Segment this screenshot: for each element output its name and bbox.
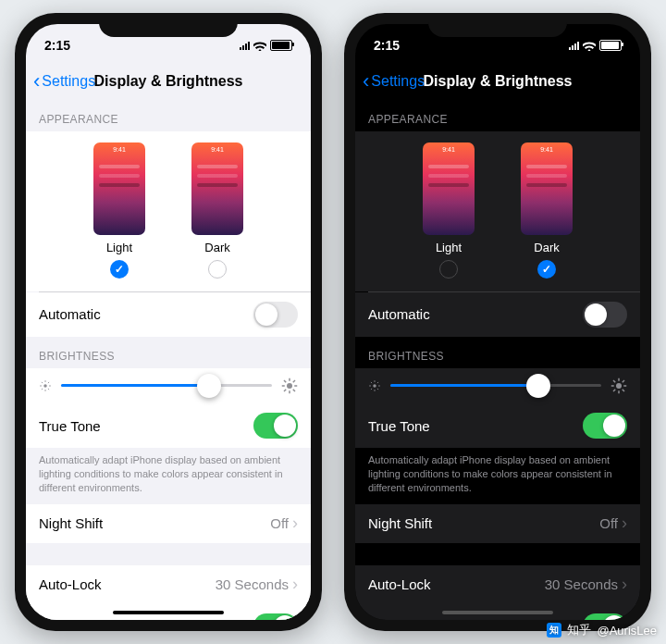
signal-icon: [240, 41, 250, 50]
sun-small-icon: [368, 379, 381, 392]
svg-line-14: [284, 380, 286, 382]
brightness-slider[interactable]: [390, 384, 601, 387]
appearance-option-light[interactable]: 9:41 Light: [423, 142, 475, 279]
night-shift-value: Off: [599, 515, 618, 531]
toggle-automatic[interactable]: [253, 302, 298, 328]
light-label: Light: [106, 241, 132, 254]
night-shift-value: Off: [270, 515, 289, 531]
svg-line-15: [293, 389, 295, 390]
toggle-automatic[interactable]: [583, 302, 627, 328]
battery-icon: [270, 40, 292, 51]
home-indicator[interactable]: [442, 611, 553, 614]
auto-lock-value: 30 Seconds: [216, 576, 289, 592]
row-night-shift[interactable]: Night Shift Off›: [26, 504, 311, 543]
status-time: 2:15: [374, 38, 400, 53]
watermark-text: @AurisLee: [597, 624, 657, 638]
back-button[interactable]: ‹Settings: [33, 71, 95, 92]
svg-line-23: [371, 381, 372, 382]
svg-point-0: [43, 384, 47, 388]
radio-dark[interactable]: [208, 260, 227, 279]
true-tone-label: True Tone: [39, 418, 101, 434]
svg-line-16: [284, 389, 286, 390]
automatic-label: Automatic: [368, 306, 430, 322]
dark-preview-thumb: 9:41: [191, 142, 243, 235]
status-time: 2:15: [44, 38, 70, 53]
back-label: Settings: [42, 73, 95, 90]
svg-line-34: [613, 389, 615, 390]
section-header-brightness: BRIGHTNESS: [26, 337, 311, 368]
radio-light[interactable]: [439, 260, 458, 279]
section-header-appearance: APPEARANCE: [355, 100, 640, 131]
row-automatic: Automatic: [26, 292, 311, 337]
svg-line-6: [48, 388, 49, 389]
svg-point-9: [287, 383, 292, 389]
dark-preview-thumb: 9:41: [521, 142, 573, 235]
svg-line-5: [42, 381, 43, 382]
light-preview-thumb: 9:41: [423, 142, 475, 235]
row-auto-lock[interactable]: Auto-Lock 30 Seconds›: [26, 565, 311, 604]
back-label: Settings: [371, 73, 425, 90]
row-auto-lock[interactable]: Auto-Lock 30 Seconds›: [355, 565, 640, 604]
sun-large-icon: [281, 378, 298, 394]
svg-point-27: [616, 383, 622, 389]
chevron-right-icon: ›: [622, 575, 627, 593]
row-brightness-slider: [26, 368, 311, 403]
phone-light: 2:15 ‹Settings Display & Brightness APPE…: [15, 13, 322, 631]
row-true-tone: True Tone: [355, 403, 640, 448]
row-true-tone: True Tone: [26, 403, 311, 448]
raise-to-wake-label: Raise to Wake: [368, 619, 458, 620]
auto-lock-label: Auto-Lock: [39, 576, 102, 592]
appearance-option-light[interactable]: 9:41 Light: [93, 142, 145, 279]
true-tone-footnote: Automatically adapt iPhone display based…: [355, 448, 640, 504]
nav-bar: ‹Settings Display & Brightness: [355, 63, 640, 100]
toggle-true-tone[interactable]: [253, 413, 298, 439]
row-night-shift[interactable]: Night Shift Off›: [355, 504, 640, 543]
home-indicator[interactable]: [113, 611, 224, 614]
appearance-option-dark[interactable]: 9:41 Dark: [191, 142, 243, 279]
automatic-label: Automatic: [39, 306, 101, 322]
signal-icon: [569, 41, 579, 50]
light-preview-thumb: 9:41: [93, 142, 145, 235]
raise-to-wake-label: Raise to Wake: [39, 619, 129, 620]
wifi-icon: [253, 41, 266, 51]
row-automatic: Automatic: [355, 292, 640, 337]
svg-line-24: [377, 388, 378, 389]
svg-line-25: [371, 388, 372, 389]
chevron-left-icon: ‹: [33, 71, 40, 92]
dark-label: Dark: [534, 241, 559, 254]
brightness-slider[interactable]: [61, 384, 272, 387]
svg-point-18: [373, 384, 376, 388]
toggle-raise-to-wake[interactable]: [583, 613, 627, 620]
sun-large-icon: [610, 378, 627, 394]
appearance-picker: 9:41 Light 9:41 Dark: [26, 131, 311, 291]
svg-line-17: [293, 380, 295, 382]
light-label: Light: [436, 241, 462, 254]
svg-line-33: [623, 389, 624, 390]
watermark: 知 知乎 @AurisLee: [547, 622, 657, 638]
chevron-left-icon: ‹: [363, 71, 369, 92]
dark-label: Dark: [204, 241, 229, 254]
notch: [99, 13, 238, 37]
section-header-appearance: APPEARANCE: [26, 100, 311, 131]
phone-dark: 2:15 ‹Settings Display & Brightness APPE…: [344, 13, 651, 631]
radio-light[interactable]: [110, 260, 129, 279]
svg-line-8: [48, 381, 49, 382]
toggle-true-tone[interactable]: [583, 413, 627, 439]
auto-lock-value: 30 Seconds: [545, 576, 618, 592]
appearance-picker: 9:41 Light 9:41 Dark: [355, 131, 640, 291]
section-header-brightness: BRIGHTNESS: [355, 337, 640, 368]
chevron-right-icon: ›: [292, 575, 298, 593]
battery-icon: [599, 40, 622, 51]
wifi-icon: [583, 41, 596, 51]
appearance-option-dark[interactable]: 9:41 Dark: [521, 142, 573, 279]
back-button[interactable]: ‹Settings: [363, 71, 425, 92]
night-shift-label: Night Shift: [368, 515, 432, 531]
svg-line-32: [613, 380, 615, 382]
auto-lock-label: Auto-Lock: [368, 576, 431, 592]
sun-small-icon: [39, 379, 52, 392]
svg-line-26: [377, 381, 378, 382]
radio-dark[interactable]: [537, 260, 556, 279]
nav-bar: ‹Settings Display & Brightness: [26, 63, 311, 100]
toggle-raise-to-wake[interactable]: [253, 613, 298, 620]
notch: [428, 13, 567, 37]
